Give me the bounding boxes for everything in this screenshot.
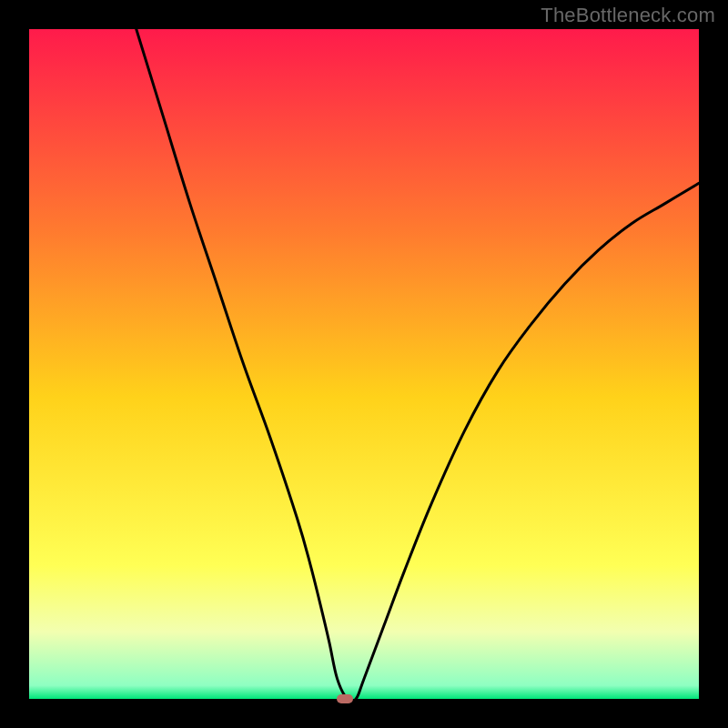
chart-container: TheBottleneck.com [0, 0, 728, 728]
plot-area [29, 29, 699, 699]
plot-svg [29, 29, 699, 699]
optimal-point-marker [337, 694, 353, 703]
gradient-background [29, 29, 699, 699]
attribution-text: TheBottleneck.com [541, 4, 715, 27]
